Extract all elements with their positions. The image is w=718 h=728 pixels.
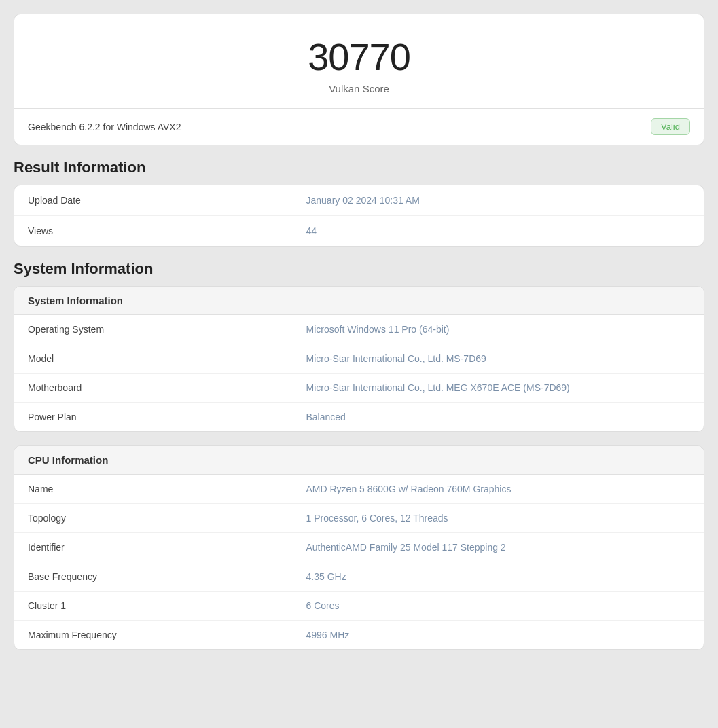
score-number: 30770 bbox=[28, 35, 690, 79]
views-value: 44 bbox=[306, 225, 691, 236]
geekbench-version: Geekbench 6.2.2 for Windows AVX2 bbox=[28, 122, 181, 132]
max-frequency-label: Maximum Frequency bbox=[28, 630, 306, 640]
base-frequency-label: Base Frequency bbox=[28, 571, 306, 582]
result-information-card: Upload Date January 02 2024 10:31 AM Vie… bbox=[14, 185, 704, 247]
valid-badge: Valid bbox=[651, 118, 690, 135]
table-row: Cluster 1 6 Cores bbox=[14, 592, 704, 621]
system-information-card: System Information Operating System Micr… bbox=[14, 286, 704, 432]
score-label: Vulkan Score bbox=[28, 83, 690, 94]
topology-label: Topology bbox=[28, 513, 306, 524]
table-row: Maximum Frequency 4996 MHz bbox=[14, 621, 704, 649]
identifier-value: AuthenticAMD Family 25 Model 117 Steppin… bbox=[306, 542, 691, 553]
cpu-name-label: Name bbox=[28, 484, 306, 494]
system-information-heading: System Information bbox=[14, 260, 704, 278]
result-information-heading: Result Information bbox=[14, 159, 704, 177]
score-card: 30770 Vulkan Score Geekbench 6.2.2 for W… bbox=[14, 14, 704, 145]
cpu-name-value: AMD Ryzen 5 8600G w/ Radeon 760M Graphic… bbox=[306, 484, 691, 494]
upload-date-value: January 02 2024 10:31 AM bbox=[306, 195, 691, 206]
table-row: Model Micro-Star International Co., Ltd.… bbox=[14, 344, 704, 374]
os-value: Microsoft Windows 11 Pro (64-bit) bbox=[306, 324, 691, 335]
table-row: Upload Date January 02 2024 10:31 AM bbox=[14, 185, 704, 216]
score-footer: Geekbench 6.2.2 for Windows AVX2 Valid bbox=[14, 109, 704, 145]
upload-date-label: Upload Date bbox=[28, 195, 306, 206]
table-row: Identifier AuthenticAMD Family 25 Model … bbox=[14, 533, 704, 562]
table-row: Power Plan Balanced bbox=[14, 403, 704, 431]
motherboard-value: Micro-Star International Co., Ltd. MEG X… bbox=[306, 382, 691, 393]
identifier-label: Identifier bbox=[28, 542, 306, 553]
table-row: Views 44 bbox=[14, 216, 704, 246]
table-row: Base Frequency 4.35 GHz bbox=[14, 562, 704, 592]
model-label: Model bbox=[28, 353, 306, 364]
table-row: Operating System Microsoft Windows 11 Pr… bbox=[14, 315, 704, 344]
motherboard-label: Motherboard bbox=[28, 382, 306, 393]
table-row: Topology 1 Processor, 6 Cores, 12 Thread… bbox=[14, 504, 704, 533]
table-row: Name AMD Ryzen 5 8600G w/ Radeon 760M Gr… bbox=[14, 475, 704, 504]
power-plan-value: Balanced bbox=[306, 412, 691, 422]
score-section: 30770 Vulkan Score bbox=[14, 14, 704, 109]
cluster1-label: Cluster 1 bbox=[28, 600, 306, 611]
cluster1-value: 6 Cores bbox=[306, 600, 691, 611]
table-row: Motherboard Micro-Star International Co.… bbox=[14, 374, 704, 403]
topology-value: 1 Processor, 6 Cores, 12 Threads bbox=[306, 513, 691, 524]
views-label: Views bbox=[28, 225, 306, 236]
cpu-information-card: CPU Information Name AMD Ryzen 5 8600G w… bbox=[14, 445, 704, 650]
os-label: Operating System bbox=[28, 324, 306, 335]
base-frequency-value: 4.35 GHz bbox=[306, 571, 691, 582]
model-value: Micro-Star International Co., Ltd. MS-7D… bbox=[306, 353, 691, 364]
max-frequency-value: 4996 MHz bbox=[306, 630, 691, 640]
cpu-information-card-header: CPU Information bbox=[14, 446, 704, 475]
power-plan-label: Power Plan bbox=[28, 412, 306, 422]
system-information-card-header: System Information bbox=[14, 287, 704, 315]
